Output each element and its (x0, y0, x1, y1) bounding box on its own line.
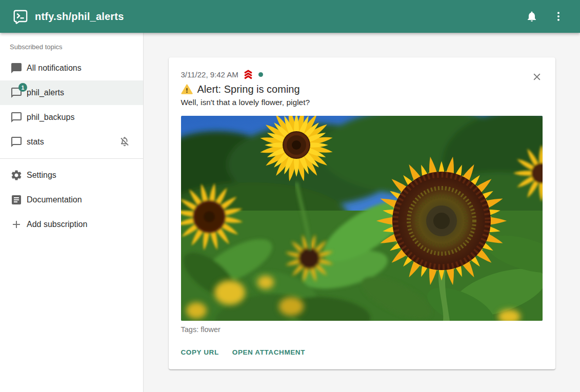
close-icon (531, 71, 543, 82)
chat-bubble-outline-icon (10, 111, 23, 123)
notification-timestamp: 3/11/22, 9:42 AM (181, 70, 238, 79)
sidebar-item-documentation[interactable]: Documentation (0, 188, 143, 212)
notification-meta-row: 3/11/22, 9:42 AM (181, 69, 543, 80)
sidebar-item-label: All notifications (27, 64, 82, 73)
sidebar-item-label: stats (27, 137, 44, 147)
notification-title-row: Alert: Spring is coming (181, 84, 543, 95)
sidebar-item-label: Documentation (27, 195, 82, 204)
copy-url-button[interactable]: COPY URL (177, 344, 223, 360)
delete-notification-button[interactable] (530, 70, 544, 84)
sidebar-item-phil-alerts[interactable]: 1 phil_alerts (0, 80, 143, 105)
sidebar-item-settings[interactable]: Settings (0, 163, 143, 188)
sidebar-item-label: phil_alerts (27, 88, 64, 97)
sidebar-item-all-notifications[interactable]: All notifications (0, 56, 143, 80)
sidebar-item-label: phil_backups (27, 113, 74, 122)
sidebar-item-label: Settings (27, 171, 56, 180)
sidebar-divider (0, 158, 143, 159)
plus-icon (10, 218, 23, 231)
warning-emoji-icon (181, 84, 193, 95)
priority-max-icon (243, 69, 254, 80)
unread-count-badge: 1 (18, 83, 27, 92)
notification-card: 3/11/22, 9:42 AM A (169, 57, 555, 369)
article-icon (10, 194, 23, 206)
ntfy-logo-icon (12, 9, 28, 24)
sidebar-item-phil-backups[interactable]: phil_backups (0, 105, 143, 130)
page-title: ntfy.sh/phil_alerts (35, 11, 124, 23)
overflow-menu-button[interactable] (547, 5, 570, 28)
main-content: 3/11/22, 9:42 AM A (144, 33, 580, 392)
bell-icon (526, 10, 538, 23)
attachment-image[interactable] (181, 116, 543, 321)
notification-tags: Tags: flower (181, 325, 543, 334)
sidebar-item-label: Add subscription (27, 220, 87, 229)
gear-icon (10, 169, 23, 181)
notification-message: Well, isn't that a lovely flower, piglet… (181, 98, 543, 107)
kebab-menu-icon (552, 10, 565, 23)
chat-bubble-filled-icon (10, 62, 23, 74)
sidebar: Subscribed topics All notifications 1 ph… (0, 33, 144, 392)
chat-bubble-outline-icon: 1 (10, 87, 23, 99)
bell-off-icon (118, 136, 131, 148)
notification-actions: COPY URL OPEN ATTACHMENT (177, 344, 543, 360)
notifications-bell-button[interactable] (521, 5, 543, 28)
sidebar-item-add-subscription[interactable]: Add subscription (0, 212, 143, 237)
sidebar-item-stats[interactable]: stats (0, 130, 143, 154)
unread-dot (258, 72, 263, 77)
app-bar: ntfy.sh/phil_alerts (0, 0, 580, 33)
open-attachment-button[interactable]: OPEN ATTACHMENT (228, 344, 309, 360)
notification-title: Alert: Spring is coming (197, 84, 300, 95)
subscribed-topics-subheader: Subscribed topics (0, 33, 143, 56)
chat-bubble-outline-icon (10, 136, 23, 148)
